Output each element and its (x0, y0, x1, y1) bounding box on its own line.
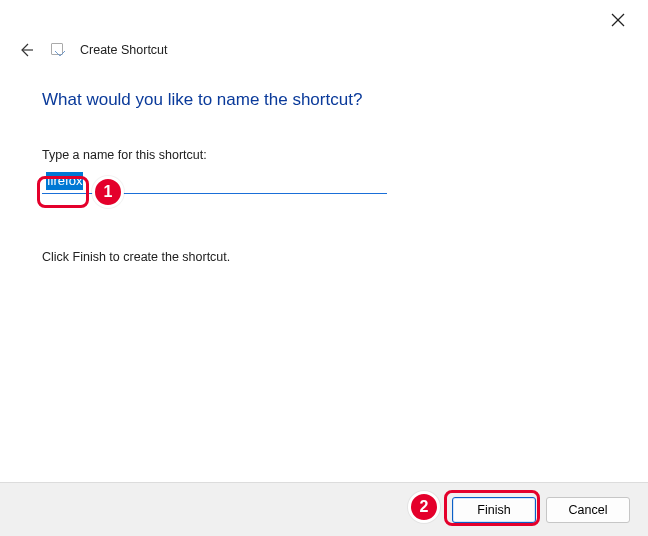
name-input-row: firefox (42, 170, 387, 196)
shortcut-name-input[interactable] (42, 170, 387, 194)
titlebar (0, 0, 648, 36)
button-bar: Finish Cancel (0, 482, 648, 536)
wizard-title: Create Shortcut (80, 43, 168, 57)
shortcut-wizard-icon (50, 42, 66, 58)
wizard-content: What would you like to name the shortcut… (42, 90, 606, 264)
cancel-button[interactable]: Cancel (546, 497, 630, 523)
back-button[interactable] (16, 40, 36, 60)
input-label: Type a name for this shortcut: (42, 148, 606, 162)
hint-text: Click Finish to create the shortcut. (42, 250, 606, 264)
page-heading: What would you like to name the shortcut… (42, 90, 606, 110)
back-arrow-icon (17, 41, 35, 59)
close-icon (611, 13, 625, 27)
wizard-header: Create Shortcut (16, 40, 168, 60)
finish-button[interactable]: Finish (452, 497, 536, 523)
close-button[interactable] (602, 6, 634, 34)
